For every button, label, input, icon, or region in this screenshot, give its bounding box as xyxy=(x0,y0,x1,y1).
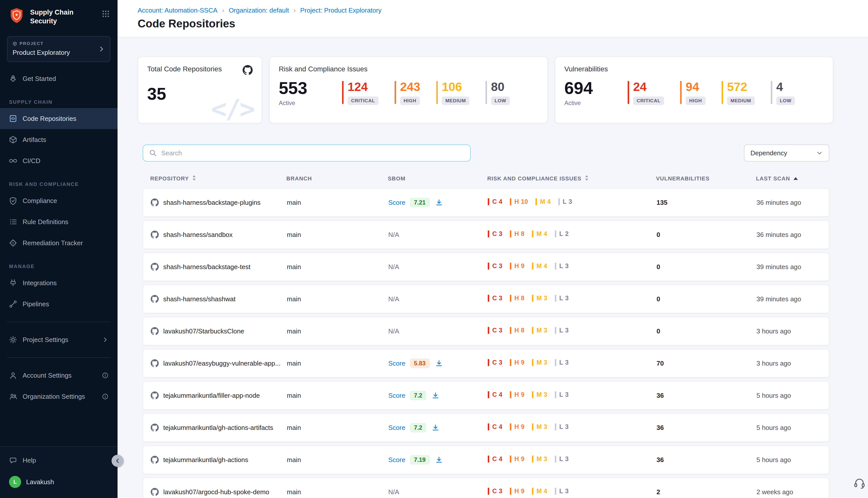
app-grid-icon[interactable] xyxy=(102,7,109,19)
branch-cell: main xyxy=(287,392,388,399)
download-sbom-icon[interactable] xyxy=(432,392,439,399)
github-icon xyxy=(151,424,159,432)
sidebar-divider xyxy=(7,322,110,322)
sbom-not-available: N/A xyxy=(388,263,399,271)
support-headset-icon[interactable] xyxy=(853,477,866,491)
severity-bar xyxy=(558,198,560,205)
repository-cell[interactable]: tejakummarikuntla/gh-actions-artifacts xyxy=(151,424,287,432)
breadcrumb-link[interactable]: Project: Product Exploratory xyxy=(300,6,382,14)
severity-bar xyxy=(532,295,533,302)
repository-cell[interactable]: tejakummarikuntla/filler-app-node xyxy=(151,392,287,399)
column-header-repository[interactable]: REPOSITORY xyxy=(150,175,286,183)
table-row[interactable]: tejakummarikuntla/filler-app-nodemainSco… xyxy=(143,381,829,410)
severity-bar xyxy=(510,231,511,237)
sidebar-item-organization-settings[interactable]: Organization Settings xyxy=(0,386,118,407)
severity-bar xyxy=(532,263,533,270)
repository-name: tejakummarikuntla/gh-actions-artifacts xyxy=(163,424,273,432)
severity-bar xyxy=(722,81,723,104)
user-menu[interactable]: L Lavakush xyxy=(0,471,118,494)
severity-bar xyxy=(510,423,511,430)
table-row[interactable]: lavakush07/easybuggy-vulnerable-app...ma… xyxy=(143,349,829,378)
sbom-cell: N/A xyxy=(388,488,488,496)
sidebar-collapse-handle[interactable] xyxy=(111,455,123,467)
column-header-sbom[interactable]: SBOM xyxy=(388,175,487,183)
download-sbom-icon[interactable] xyxy=(435,456,443,463)
download-sbom-icon[interactable] xyxy=(435,199,443,206)
sort-ascending-icon[interactable] xyxy=(793,175,798,182)
severity-label-badge: CRITICAL xyxy=(633,96,664,105)
column-header-last-scan[interactable]: LAST SCAN xyxy=(756,175,829,183)
severity-letter: L xyxy=(559,487,563,495)
repository-cell[interactable]: lavakush07/argocd-hub-spoke-demo xyxy=(151,488,287,496)
sidebar-item-remediation-tracker[interactable]: Remediation Tracker xyxy=(0,233,118,253)
sidebar-item-project-settings[interactable]: Project Settings xyxy=(0,329,118,350)
table-row[interactable]: shash-harness/shashwatmainN/AC3H8M3L3039… xyxy=(143,285,829,313)
severity-chip-medium: M3 xyxy=(532,391,547,398)
repository-cell[interactable]: tejakummarikuntla/gh-actions xyxy=(151,456,287,464)
table-row[interactable]: lavakush07/argocd-hub-spoke-demomainN/AC… xyxy=(143,477,829,498)
search-input[interactable] xyxy=(161,149,464,157)
sbom-score-badge: 7.19 xyxy=(410,455,430,464)
sidebar-item-compliance[interactable]: Compliance xyxy=(0,190,118,211)
last-scan-cell: 3 hours ago xyxy=(757,359,829,367)
breadcrumb-link[interactable]: Account: Automation-SSCA xyxy=(138,6,217,14)
severity-count: 80 xyxy=(491,81,510,93)
column-label: RISK AND COMPLIANCE ISSUES xyxy=(487,175,582,182)
sidebar-item-artifacts[interactable]: Artifacts xyxy=(0,129,118,150)
sidebar-item-code-repositories[interactable]: Code Repositories xyxy=(0,108,118,129)
severity-letter: H xyxy=(515,455,519,462)
table-row[interactable]: shash-harness/sandboxmainN/AC3H8M4L2036 … xyxy=(143,220,829,249)
sbom-cell: Score7.2 xyxy=(388,391,488,400)
table-row[interactable]: tejakummarikuntla/gh-actionsmainScore7.1… xyxy=(143,445,829,474)
severity-count: 9 xyxy=(521,391,524,398)
github-icon xyxy=(151,231,159,239)
sbom-cell: Score7.21 xyxy=(388,198,488,207)
repository-cell[interactable]: shash-harness/sandbox xyxy=(151,231,287,239)
repository-cell[interactable]: lavakush07/easybuggy-vulnerable-app... xyxy=(151,359,287,367)
dependency-filter-select[interactable]: Dependency xyxy=(744,144,829,161)
severity-count: 3 xyxy=(499,262,502,270)
sidebar-item-pipelines[interactable]: Pipelines xyxy=(0,293,118,315)
repository-cell[interactable]: shash-harness/backstage-test xyxy=(151,263,287,271)
severity-stat-body: 572MEDIUM xyxy=(727,81,755,105)
table-row[interactable]: tejakummarikuntla/gh-actions-artifactsma… xyxy=(143,413,829,442)
severity-bar xyxy=(555,231,556,237)
sidebar-item-help[interactable]: Help xyxy=(0,450,118,471)
sort-icon[interactable] xyxy=(585,175,589,183)
project-selector[interactable]: PROJECT Product Exploratory xyxy=(7,36,110,62)
repository-cell[interactable]: lavakush07/StarbucksClone xyxy=(151,327,287,335)
severity-chip-high: H9 xyxy=(510,391,524,398)
code-brackets-watermark: </> xyxy=(211,96,254,122)
table-row[interactable]: lavakush07/StarbucksClonemainN/AC3H8M3L3… xyxy=(143,317,829,345)
sort-icon[interactable] xyxy=(192,175,197,183)
column-header-risk-and-compliance-issues[interactable]: RISK AND COMPLIANCE ISSUES xyxy=(487,175,656,183)
table-row[interactable]: shash-harness/backstage-testmainN/AC3H9M… xyxy=(143,252,829,281)
sidebar-item-account-settings[interactable]: Account Settings xyxy=(0,365,118,386)
severity-letter: H xyxy=(515,327,519,334)
severity-chip-high: H9 xyxy=(510,423,524,430)
severity-stat-low: 4LOW xyxy=(771,81,795,105)
sidebar-item-rule-definitions[interactable]: Rule Definitions xyxy=(0,211,118,233)
severity-chip-high: H8 xyxy=(510,230,524,237)
branch-cell: main xyxy=(287,199,388,207)
severity-bar xyxy=(488,423,489,430)
severity-letter: H xyxy=(515,487,519,495)
last-scan-cell: 5 hours ago xyxy=(757,456,829,464)
sidebar-item-cicd[interactable]: CI/CD xyxy=(0,150,118,171)
download-sbom-icon[interactable] xyxy=(432,424,439,431)
repository-cell[interactable]: shash-harness/shashwat xyxy=(151,295,287,303)
table-row[interactable]: shash-harness/backstage-pluginsmainScore… xyxy=(143,188,829,217)
download-sbom-icon[interactable] xyxy=(435,359,443,367)
sbom-score-label: Score xyxy=(388,456,405,464)
sidebar-item-integrations[interactable]: Integrations xyxy=(0,272,118,293)
column-header-branch[interactable]: BRANCH xyxy=(286,175,388,183)
column-header-vulnerabilities[interactable]: VULNERABILITIES xyxy=(656,175,756,183)
severity-stat-low: 80LOW xyxy=(485,81,510,105)
severity-count: 3 xyxy=(565,391,569,398)
severity-letter: C xyxy=(492,423,497,430)
repository-cell[interactable]: shash-harness/backstage-plugins xyxy=(151,198,287,207)
sidebar-item-get-started[interactable]: Get Started xyxy=(0,68,118,89)
severity-letter: H xyxy=(515,359,519,366)
breadcrumb-link[interactable]: Organization: default xyxy=(229,6,289,14)
last-scan-cell: 36 minutes ago xyxy=(757,231,829,239)
